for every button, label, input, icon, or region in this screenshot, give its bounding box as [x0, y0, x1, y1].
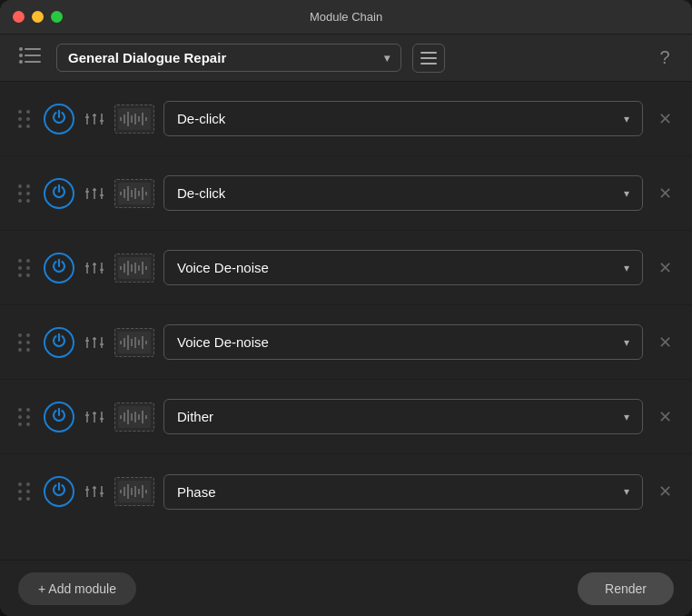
- power-button[interactable]: [44, 253, 74, 283]
- module-type-dropdown[interactable]: Voice De-noise ▾: [163, 324, 643, 360]
- power-button[interactable]: [44, 476, 74, 507]
- svg-rect-43: [120, 266, 122, 270]
- module-type-label: Voice De-noise: [177, 334, 269, 350]
- svg-rect-90: [127, 484, 129, 499]
- module-row: De-click ▾ ✕: [0, 82, 692, 156]
- remove-module-button[interactable]: ✕: [652, 181, 677, 206]
- drag-handle[interactable]: [15, 330, 35, 355]
- svg-rect-60: [127, 335, 129, 350]
- eq-settings-icon[interactable]: [84, 408, 105, 426]
- module-dropdown-arrow-icon: ▾: [624, 187, 629, 200]
- svg-rect-30: [127, 186, 129, 201]
- render-button[interactable]: Render: [578, 572, 674, 605]
- svg-rect-28: [120, 192, 122, 195]
- power-button[interactable]: [44, 327, 74, 358]
- svg-rect-13: [120, 117, 122, 121]
- eq-settings-icon[interactable]: [84, 184, 105, 203]
- module-chain-window: Module Chain General Dialogue Repair ▾ ?: [0, 0, 692, 616]
- waveform-preview[interactable]: [114, 402, 154, 432]
- add-module-button[interactable]: + Add module: [18, 572, 136, 605]
- drag-dot: [18, 199, 22, 203]
- remove-module-button[interactable]: ✕: [652, 255, 677, 281]
- svg-rect-35: [145, 192, 147, 195]
- preset-dropdown-arrow: ▾: [384, 52, 390, 65]
- module-type-label: De-click: [177, 111, 225, 126]
- power-icon: [52, 333, 66, 352]
- close-button[interactable]: [13, 11, 25, 23]
- svg-rect-58: [120, 341, 122, 344]
- preset-dropdown[interactable]: General Dialogue Repair ▾: [56, 44, 401, 72]
- remove-module-button[interactable]: ✕: [652, 330, 677, 355]
- svg-rect-18: [138, 116, 140, 122]
- drag-dot: [26, 408, 30, 412]
- power-icon: [52, 184, 66, 203]
- module-dropdown-arrow-icon: ▾: [624, 411, 629, 423]
- module-type-dropdown[interactable]: De-click ▾: [163, 101, 643, 136]
- svg-rect-19: [142, 113, 143, 125]
- waveform-preview[interactable]: [114, 179, 154, 208]
- list-icon[interactable]: [15, 42, 45, 74]
- module-type-dropdown[interactable]: De-click ▾: [163, 175, 643, 211]
- waveform-preview[interactable]: [114, 104, 154, 134]
- power-button[interactable]: [44, 402, 74, 432]
- eq-settings-icon[interactable]: [84, 333, 105, 352]
- remove-module-button[interactable]: ✕: [652, 479, 677, 504]
- drag-dot: [18, 348, 22, 352]
- svg-point-4: [19, 54, 23, 57]
- drag-handle[interactable]: [15, 404, 35, 430]
- module-type-dropdown[interactable]: Phase ▾: [163, 474, 643, 510]
- svg-rect-89: [124, 487, 125, 496]
- eq-settings-icon[interactable]: [84, 259, 105, 277]
- waveform-preview[interactable]: [114, 253, 154, 283]
- main-content: De-click ▾ ✕: [0, 82, 692, 560]
- power-button[interactable]: [44, 178, 74, 209]
- drag-dot: [18, 192, 22, 195]
- svg-rect-46: [131, 264, 133, 272]
- drag-dot: [26, 333, 30, 337]
- drag-dot: [26, 199, 30, 203]
- drag-dot: [18, 124, 22, 128]
- drag-handle[interactable]: [15, 479, 35, 504]
- svg-rect-79: [142, 411, 143, 423]
- drag-dot: [18, 341, 22, 344]
- drag-dot: [26, 266, 30, 270]
- window-controls: [13, 11, 63, 23]
- drag-dot: [26, 348, 30, 352]
- svg-rect-34: [142, 187, 143, 200]
- svg-rect-48: [138, 265, 140, 271]
- module-row: Phase ▾ ✕: [0, 454, 692, 529]
- svg-rect-94: [142, 485, 143, 498]
- waveform-preview[interactable]: [114, 328, 154, 357]
- svg-rect-17: [134, 114, 136, 124]
- module-type-dropdown[interactable]: Dither ▾: [163, 399, 643, 434]
- power-icon: [52, 482, 66, 501]
- svg-rect-63: [138, 340, 140, 345]
- svg-rect-95: [145, 490, 147, 493]
- drag-dot: [26, 497, 30, 501]
- drag-dot: [18, 333, 22, 337]
- help-button[interactable]: ?: [652, 45, 677, 71]
- titlebar: Module Chain: [0, 0, 692, 35]
- remove-module-button[interactable]: ✕: [652, 106, 677, 132]
- eq-settings-icon[interactable]: [84, 482, 105, 501]
- drag-handle[interactable]: [15, 255, 35, 281]
- remove-module-button[interactable]: ✕: [652, 404, 677, 430]
- drag-dot: [26, 259, 30, 263]
- eq-settings-icon[interactable]: [84, 110, 105, 128]
- drag-handle[interactable]: [15, 106, 35, 132]
- drag-dot: [18, 184, 22, 188]
- hamburger-menu-button[interactable]: [412, 44, 445, 73]
- minimize-button[interactable]: [32, 11, 44, 23]
- maximize-button[interactable]: [51, 11, 63, 23]
- svg-rect-78: [138, 414, 140, 420]
- drag-dot: [26, 490, 30, 493]
- drag-handle[interactable]: [15, 181, 35, 206]
- module-row: Voice De-noise ▾ ✕: [0, 305, 692, 380]
- svg-rect-32: [134, 188, 136, 199]
- svg-rect-59: [124, 338, 125, 347]
- module-type-dropdown[interactable]: Voice De-noise ▾: [163, 250, 643, 285]
- waveform-preview[interactable]: [114, 477, 154, 506]
- power-button[interactable]: [44, 104, 74, 134]
- module-type-label: De-click: [177, 185, 225, 201]
- module-type-label: Phase: [177, 484, 216, 500]
